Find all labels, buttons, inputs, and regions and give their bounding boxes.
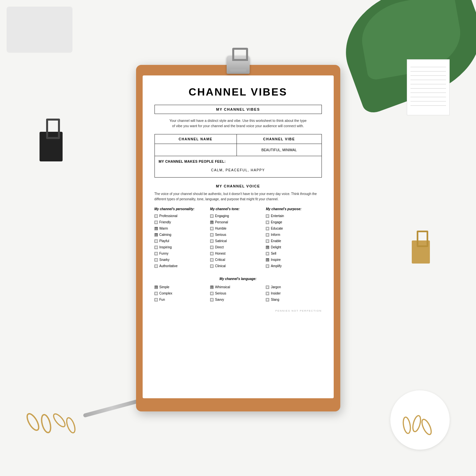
list-item: □ Complex [154, 292, 210, 295]
decorative-notebook [407, 59, 450, 115]
checkbox-funny[interactable]: □ [154, 252, 158, 255]
list-item: ☒ Inspire [266, 258, 322, 262]
checkbox-honest[interactable]: □ [210, 252, 213, 255]
label-educate: Educate [271, 227, 283, 230]
checkbox-slang[interactable]: □ [266, 298, 269, 301]
checkbox-clinical[interactable]: □ [210, 265, 213, 268]
checkbox-complex[interactable]: □ [154, 292, 158, 295]
decorative-binder-clip-left [40, 132, 63, 161]
checkbox-calming[interactable]: ☒ [154, 233, 158, 237]
label-honest: Honest [215, 252, 226, 255]
checkbox-critical[interactable]: □ [210, 258, 213, 262]
section1-header: MY CHANNEL VIBES [154, 105, 322, 114]
list-item: □ Funny [154, 252, 210, 255]
checkbox-playful[interactable]: □ [154, 239, 158, 243]
svg-point-4 [402, 417, 411, 434]
personality-header: My channel's personality: [154, 207, 210, 211]
checkbox-inspiring[interactable]: □ [154, 246, 158, 249]
label-slang: Slang [271, 298, 279, 301]
purpose-header: My channel's purpose: [266, 207, 322, 211]
decorative-leaf [330, 0, 476, 116]
list-item: □ Clinical [210, 264, 266, 268]
list-item: □ Educate [266, 227, 322, 230]
label-whimsical: Whimsical [215, 285, 230, 289]
list-item: □ Authoritative [154, 264, 210, 268]
decorative-paperclips-left [20, 409, 112, 436]
checkbox-amplify[interactable]: □ [266, 265, 269, 268]
list-item: □ Entertain [266, 214, 322, 218]
label-entertain: Entertain [271, 214, 284, 218]
decorative-binder-clip-right [412, 240, 430, 264]
list-item: ☒ Whimsical [210, 285, 266, 289]
checkbox-professional[interactable]: □ [154, 214, 158, 218]
checkbox-humble[interactable]: □ [210, 227, 213, 230]
checkbox-insider[interactable]: □ [266, 292, 269, 295]
clipboard: CHANNEL VIBES MY CHANNEL VIBES Your chan… [136, 65, 340, 411]
checkbox-fun[interactable]: □ [154, 298, 158, 301]
col-header-channel-vibe: CHANNEL VIBE [237, 134, 322, 144]
label-playful: Playful [159, 239, 169, 243]
label-inspire: Inspire [271, 258, 281, 262]
checkbox-snarky[interactable]: □ [154, 258, 158, 262]
list-item: □ Amplify [266, 264, 322, 268]
checkbox-inform[interactable]: □ [266, 233, 269, 237]
checkbox-direct[interactable]: □ [210, 246, 213, 249]
list-item: ☒ Calming [154, 233, 210, 237]
label-fun: Fun [159, 298, 165, 301]
checkbox-engaging[interactable]: □ [210, 214, 213, 218]
list-item: ☒ Warm [154, 227, 210, 230]
list-item: □ Friendly [154, 220, 210, 224]
checkbox-entertain[interactable]: □ [266, 214, 269, 218]
checkbox-sell[interactable]: □ [266, 252, 269, 255]
label-insider: Insider [271, 292, 281, 295]
list-item: □ Critical [210, 258, 266, 262]
list-item: □ Savvy [210, 298, 266, 301]
checkbox-simple[interactable]: ☒ [154, 286, 158, 289]
section1-intro: Your channel will have a distinct style … [154, 118, 322, 129]
checkbox-authoritative[interactable]: □ [154, 265, 158, 268]
list-item: ☒ Delight [266, 245, 322, 249]
checkbox-jargon[interactable]: □ [266, 286, 269, 289]
list-item: □ Enable [266, 239, 322, 243]
list-item: □ Snarky [154, 258, 210, 262]
worksheet-paper: CHANNEL VIBES MY CHANNEL VIBES Your chan… [143, 75, 334, 398]
label-critical: Critical [215, 258, 225, 262]
list-item: □ Inform [266, 233, 322, 237]
checkbox-educate[interactable]: □ [266, 227, 269, 230]
list-item: □ Slang [266, 298, 322, 301]
tone-header: My channel's tone: [210, 207, 266, 211]
checkbox-satirical[interactable]: □ [210, 239, 213, 243]
label-sell: Sell [271, 252, 276, 255]
channel-vibe-value: BEAUTIFUL, MINIMAL [237, 144, 322, 156]
label-simple: Simple [159, 285, 170, 289]
checkbox-personal[interactable]: ☒ [210, 221, 213, 224]
list-item: ☒ Simple [154, 285, 210, 289]
checkbox-inspire[interactable]: ☒ [266, 258, 269, 262]
checkbox-delight[interactable]: ☒ [266, 246, 269, 249]
label-engage: Engage [271, 220, 282, 224]
channel-table: CHANNEL NAME CHANNEL VIBE BEAUTIFUL, MIN… [154, 134, 322, 156]
checkbox-savvy[interactable]: □ [210, 298, 213, 301]
purpose-column: My channel's purpose: □ Entertain □ Enga… [266, 207, 322, 270]
checkbox-serious-tone[interactable]: □ [210, 233, 213, 237]
checkbox-friendly[interactable]: □ [154, 221, 158, 224]
checkbox-engage[interactable]: □ [266, 221, 269, 224]
language-col1: ☒ Simple □ Complex □ Fun [154, 285, 210, 304]
label-complex: Complex [159, 292, 172, 295]
checkbox-whimsical[interactable]: ☒ [210, 286, 213, 289]
language-col2: ☒ Whimsical □ Serious □ Savvy [210, 285, 266, 304]
label-inspiring: Inspiring [159, 245, 172, 249]
checkbox-enable[interactable]: □ [266, 239, 269, 243]
label-serious-lang: Serious [215, 292, 226, 295]
list-item: □ Professional [154, 214, 210, 218]
svg-point-3 [65, 417, 76, 434]
list-item: □ Serious [210, 233, 266, 237]
list-item: □ Fun [154, 298, 210, 301]
language-section: My channel's language: ☒ Simple □ Comple… [154, 277, 322, 304]
language-header: My channel's language: [154, 277, 322, 281]
list-item: □ Insider [266, 292, 322, 295]
checkbox-serious-lang[interactable]: □ [210, 292, 213, 295]
label-enable: Enable [271, 239, 281, 243]
label-professional: Professional [159, 214, 178, 218]
checkbox-warm[interactable]: ☒ [154, 227, 158, 230]
